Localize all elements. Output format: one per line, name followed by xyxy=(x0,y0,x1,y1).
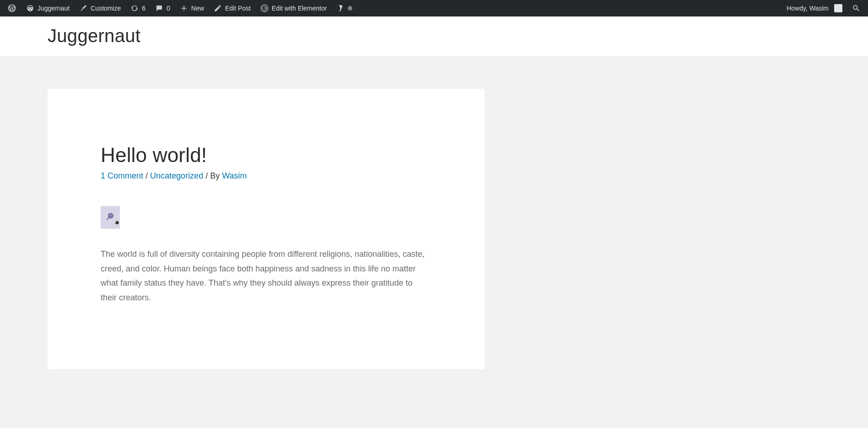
cursor-icon xyxy=(113,217,121,228)
post-body: The world is full of diversity containin… xyxy=(101,247,430,305)
new-menu[interactable]: New xyxy=(175,0,209,16)
meta-by: / By xyxy=(205,171,222,180)
header-search-button[interactable] xyxy=(847,0,865,16)
edit-elementor-menu[interactable]: E Edit with Elementor xyxy=(255,0,332,16)
avatar-icon xyxy=(834,4,842,12)
new-label: New xyxy=(191,0,204,16)
brush-icon xyxy=(79,4,88,13)
post-meta: 1 Comment / Uncategorized / By Wasim xyxy=(101,171,434,181)
yoast-icon xyxy=(336,4,345,13)
customize-label: Customize xyxy=(91,0,121,16)
category-link[interactable]: Uncategorized xyxy=(150,171,203,180)
dashboard-icon xyxy=(26,4,35,13)
featured-image-zoom[interactable] xyxy=(101,206,120,229)
yoast-menu[interactable] xyxy=(331,0,357,16)
meta-sep: / xyxy=(146,171,150,180)
site-title[interactable]: Juggernaut xyxy=(48,26,567,46)
comments-menu[interactable]: 0 xyxy=(150,0,175,16)
account-menu[interactable]: Howdy, Wasim xyxy=(782,0,847,16)
site-name-label: Juggernaut xyxy=(38,0,70,16)
edit-post-menu[interactable]: Edit Post xyxy=(209,0,255,16)
status-dot-icon xyxy=(348,6,352,11)
page: Hello world! 1 Comment / Uncategorized /… xyxy=(0,57,868,369)
admin-bar: Juggernaut Customize 6 0 New xyxy=(0,0,868,16)
howdy-label: Howdy, Wasim xyxy=(787,0,829,16)
update-icon xyxy=(130,4,139,13)
updates-count: 6 xyxy=(142,0,146,16)
comments-link[interactable]: 1 Comment xyxy=(101,171,143,180)
wordpress-icon xyxy=(7,4,16,13)
search-icon xyxy=(852,4,861,13)
site-name-menu[interactable]: Juggernaut xyxy=(21,0,74,16)
comment-icon xyxy=(155,4,164,13)
wp-logo-menu[interactable] xyxy=(3,0,21,16)
comments-count: 0 xyxy=(167,0,170,16)
author-link[interactable]: Wasim xyxy=(222,171,247,180)
plus-icon xyxy=(179,4,189,13)
customize-menu[interactable]: Customize xyxy=(74,0,125,16)
edit-post-label: Edit Post xyxy=(225,0,251,16)
pencil-icon xyxy=(213,4,222,13)
edit-elementor-label: Edit with Elementor xyxy=(272,0,327,16)
elementor-icon: E xyxy=(260,4,269,13)
post-card: Hello world! 1 Comment / Uncategorized /… xyxy=(48,89,485,369)
svg-point-1 xyxy=(110,215,112,217)
post-title: Hello world! xyxy=(101,144,434,167)
sidebar xyxy=(503,89,567,369)
site-header: Juggernaut xyxy=(0,16,868,57)
updates-menu[interactable]: 6 xyxy=(125,0,150,16)
